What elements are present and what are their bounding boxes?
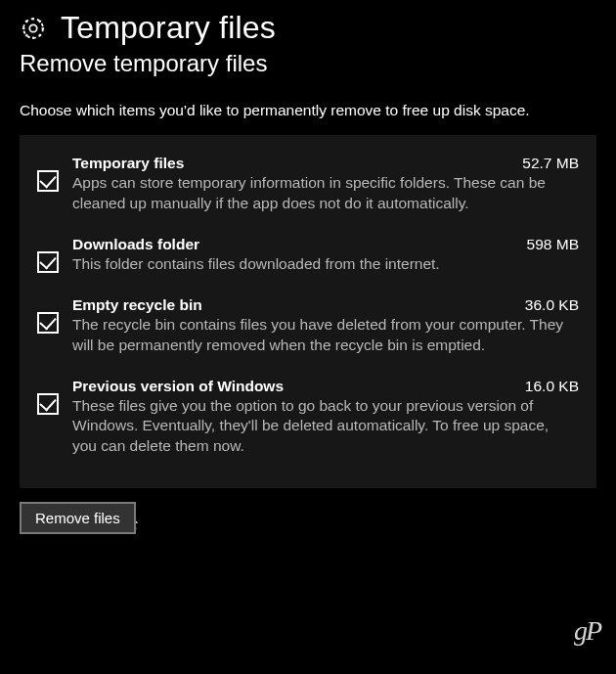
item-title: Previous version of Windows [72, 378, 284, 395]
item-size: 598 MB [527, 236, 579, 253]
item-size: 16.0 KB [525, 378, 579, 395]
item-description: Apps can store temporary information in … [72, 173, 579, 214]
item-body: Temporary files 52.7 MB Apps can store t… [72, 155, 579, 214]
page-title: Temporary files [61, 10, 276, 46]
item-description: This folder contains files downloaded fr… [72, 254, 579, 275]
item-previous-windows: Previous version of Windows 16.0 KB Thes… [33, 370, 583, 472]
checkbox-previous-windows[interactable] [37, 393, 59, 415]
checkbox-temporary-files[interactable] [37, 170, 59, 192]
footer: Remove files [20, 502, 596, 534]
checkbox-downloads-folder[interactable] [37, 251, 59, 273]
item-title: Empty recycle bin [72, 296, 202, 314]
item-body: Previous version of Windows 16.0 KB Thes… [72, 378, 579, 458]
item-top: Previous version of Windows 16.0 KB [72, 378, 579, 395]
item-top: Temporary files 52.7 MB [72, 155, 579, 172]
item-top: Empty recycle bin 36.0 KB [72, 296, 579, 314]
items-panel: Temporary files 52.7 MB Apps can store t… [20, 135, 596, 488]
gear-icon [20, 15, 47, 42]
watermark-logo: gP [574, 615, 600, 647]
item-description: These files give you the option to go ba… [72, 396, 579, 458]
item-top: Downloads folder 598 MB [72, 236, 579, 253]
item-body: Empty recycle bin 36.0 KB The recycle bi… [72, 296, 579, 356]
item-size: 36.0 KB [525, 296, 579, 314]
checkbox-empty-recycle-bin[interactable] [37, 312, 59, 334]
item-title: Temporary files [72, 155, 184, 172]
page-subtitle: Remove temporary files [20, 50, 596, 77]
remove-files-button[interactable]: Remove files [20, 502, 136, 534]
item-downloads-folder: Downloads folder 598 MB This folder cont… [33, 228, 583, 289]
item-temporary-files: Temporary files 52.7 MB Apps can store t… [33, 147, 583, 228]
item-body: Downloads folder 598 MB This folder cont… [72, 236, 579, 275]
item-description: The recycle bin contains files you have … [72, 315, 579, 356]
instruction-text: Choose which items you'd like to permane… [20, 101, 596, 121]
item-empty-recycle-bin: Empty recycle bin 36.0 KB The recycle bi… [33, 289, 583, 370]
item-title: Downloads folder [72, 236, 199, 253]
item-size: 52.7 MB [522, 155, 579, 172]
svg-point-0 [29, 24, 36, 31]
page-header: Temporary files [20, 10, 596, 46]
